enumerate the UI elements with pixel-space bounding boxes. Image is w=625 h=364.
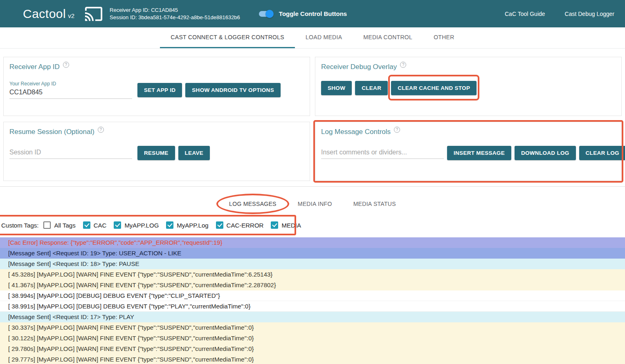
cast-icon	[84, 4, 103, 23]
tag-label: MEDIA	[281, 222, 301, 229]
tag-label: CAC	[94, 222, 107, 229]
help-icon[interactable]: ?	[98, 127, 104, 133]
log-row: [ 45.328s] [MyAPP.LOG] [WARN] FINE EVENT…	[0, 269, 625, 280]
log-row: [ 30.337s] [MyAPP.LOG] [WARN] FINE EVENT…	[0, 322, 625, 333]
insert-message-button[interactable]: INSERT MESSAGE	[447, 146, 511, 160]
panel-receiver-debug-overlay: Receiver Debug Overlay ? SHOW CLEAR CLEA…	[315, 57, 622, 116]
custom-tags-label: Custom Tags:	[1, 222, 38, 229]
log-row: [Message Sent] <Request ID: 19> Type: US…	[0, 248, 625, 259]
clear-overlay-button[interactable]: CLEAR	[355, 81, 388, 95]
app-title: Cactool	[23, 7, 66, 21]
cactool-app: Cactool v2 Receiver App ID: CC1AD845 Ses…	[0, 0, 625, 364]
log-row: [ 38.991s] [MyAPP.LOG] [DEBUG] DEBUG EVE…	[0, 301, 625, 312]
receiver-app-id-text: Receiver App ID: CC1AD845	[110, 7, 240, 14]
download-log-button[interactable]: DOWNLOAD LOG	[515, 146, 576, 160]
panel-log-message-controls: Log Message Controls ? INSERT MESSAGE DO…	[315, 122, 622, 181]
checkbox-myapp-log[interactable]	[114, 221, 121, 229]
tab-media-control[interactable]: MEDIA CONTROL	[353, 27, 423, 48]
tag-label: MyAPP.Log	[177, 222, 208, 229]
panel-body: Your Receiver App ID SET APP ID SHOW AND…	[9, 81, 304, 99]
set-app-id-button[interactable]: SET APP ID	[137, 83, 182, 97]
custom-tags-list: All TagsCACMyAPP.LOGMyAPP.LogCAC-ERRORME…	[43, 221, 301, 229]
receiver-app-id-input-label: Your Receiver App ID	[9, 81, 132, 87]
panel-resume-session-title: Resume Session (Optional)	[9, 128, 94, 136]
resume-button[interactable]: RESUME	[137, 146, 175, 160]
log-row: [ 29.777s] [MyAPP.LOG] [WARN] FINE EVENT…	[0, 354, 625, 364]
toggle-label: Toggle Control Buttons	[279, 10, 347, 17]
log-row: [Message Sent] <Request ID: 17> Type: PL…	[0, 312, 625, 322]
tab-media-info[interactable]: MEDIA INFO	[287, 196, 343, 212]
control-buttons-toggle[interactable]	[258, 10, 274, 18]
tag-cac[interactable]: CAC	[83, 221, 107, 229]
log-comment-input-group	[321, 147, 444, 159]
tab-log-messages[interactable]: LOG MESSAGES	[218, 196, 287, 212]
tag-myapp-log[interactable]: MyAPP.Log	[166, 221, 208, 229]
log-messages-list: [Cac Error] Response: {"type":"ERROR","c…	[0, 237, 625, 364]
session-id-text: Session ID: 3bdea581-574e-4292-a8be-51de…	[110, 14, 240, 21]
help-icon[interactable]: ?	[400, 62, 406, 68]
log-row: [Message Sent] <Request ID: 18> Type: PA…	[0, 259, 625, 269]
tag-label: MyAPP.LOG	[124, 222, 159, 229]
session-info: Receiver App ID: CC1AD845 Session ID: 3b…	[110, 7, 240, 21]
session-id-input[interactable]	[9, 147, 132, 159]
annotation-log-messages-ellipse	[216, 194, 289, 214]
checkbox-all-tags[interactable]	[43, 221, 51, 229]
receiver-app-id-input-group: Your Receiver App ID	[9, 81, 132, 99]
log-row: [ 29.780s] [MyAPP.LOG] [WARN] FINE EVENT…	[0, 344, 625, 354]
panel-receiver-debug-overlay-title: Receiver Debug Overlay	[321, 63, 397, 71]
tab-other[interactable]: OTHER	[423, 27, 465, 48]
log-comment-input[interactable]	[321, 147, 444, 159]
clear-cache-ring-wrap: CLEAR CACHE AND STOP	[391, 81, 477, 95]
control-panels: Receiver App ID ? Your Receiver App ID S…	[0, 49, 625, 181]
log-tabs: LOG MESSAGESMEDIA INFOMEDIA STATUS	[0, 187, 625, 214]
panel-log-message-controls-title: Log Message Controls	[321, 128, 391, 136]
tag-media[interactable]: MEDIA	[271, 221, 301, 229]
main-tabs: CAST CONNECT & LOGGER CONTROLSLOAD MEDIA…	[0, 27, 625, 49]
tab-load-media[interactable]: LOAD MEDIA	[295, 27, 353, 48]
log-row: [Cac Error] Response: {"type":"ERROR","c…	[0, 237, 625, 248]
panel-body: SHOW CLEAR CLEAR CACHE AND STOP	[321, 81, 616, 95]
custom-tags-bar: Custom Tags: All TagsCACMyAPP.LOGMyAPP.L…	[0, 214, 625, 237]
checkbox-media[interactable]	[271, 221, 278, 229]
tag-all-tags[interactable]: All Tags	[43, 221, 75, 229]
receiver-app-id-input[interactable]	[9, 87, 132, 99]
tag-cac-error[interactable]: CAC-ERROR	[216, 221, 264, 229]
checkbox-cac-error[interactable]	[216, 221, 223, 229]
panel-title-row: Receiver App ID ?	[9, 63, 304, 71]
checkbox-cac[interactable]	[83, 221, 90, 229]
tag-label: All Tags	[54, 222, 75, 229]
panel-title-row: Resume Session (Optional) ?	[9, 128, 304, 136]
panel-resume-session: Resume Session (Optional) ? RESUME LEAVE	[3, 122, 310, 181]
link-cac-tool-guide[interactable]: CaC Tool Guide	[505, 11, 545, 17]
help-icon[interactable]: ?	[63, 62, 69, 68]
panel-title-row: Receiver Debug Overlay ?	[321, 63, 616, 71]
tab-media-status[interactable]: MEDIA STATUS	[343, 196, 407, 212]
tag-label: CAC-ERROR	[227, 222, 264, 229]
header: Cactool v2 Receiver App ID: CC1AD845 Ses…	[0, 0, 625, 27]
clear-cache-and-stop-button[interactable]: CLEAR CACHE AND STOP	[391, 81, 477, 95]
tag-myapp-log[interactable]: MyAPP.LOG	[114, 221, 159, 229]
link-cast-debug-logger[interactable]: Cast Debug Logger	[565, 11, 614, 17]
help-icon[interactable]: ?	[394, 127, 400, 133]
log-row: [ 38.994s] [MyAPP.LOG] [DEBUG] DEBUG EVE…	[0, 290, 625, 301]
panel-receiver-app-id: Receiver App ID ? Your Receiver App ID S…	[3, 57, 310, 116]
checkbox-myapp-log[interactable]	[166, 221, 173, 229]
clear-log-button[interactable]: CLEAR LOG	[579, 146, 625, 160]
toggle-knob	[265, 10, 274, 18]
panel-title-row: Log Message Controls ?	[321, 128, 616, 136]
tab-cast-connect-logger-controls[interactable]: CAST CONNECT & LOGGER CONTROLS	[160, 27, 295, 48]
panel-receiver-app-id-title: Receiver App ID	[9, 63, 60, 71]
log-row: [ 30.122s] [MyAPP.LOG] [WARN] FINE EVENT…	[0, 333, 625, 344]
app-logo: Cactool v2	[23, 7, 74, 21]
panel-body: INSERT MESSAGE DOWNLOAD LOG CLEAR LOG	[321, 146, 616, 160]
leave-button[interactable]: LEAVE	[178, 146, 210, 160]
app-version: v2	[68, 12, 74, 19]
panel-body: RESUME LEAVE	[9, 146, 304, 160]
log-row: [ 41.367s] [MyAPP.LOG] [WARN] FINE EVENT…	[0, 280, 625, 290]
session-id-input-group	[9, 147, 132, 159]
show-overlay-button[interactable]: SHOW	[321, 81, 352, 95]
show-android-tv-options-button[interactable]: SHOW ANDROID TV OPTIONS	[185, 83, 281, 97]
